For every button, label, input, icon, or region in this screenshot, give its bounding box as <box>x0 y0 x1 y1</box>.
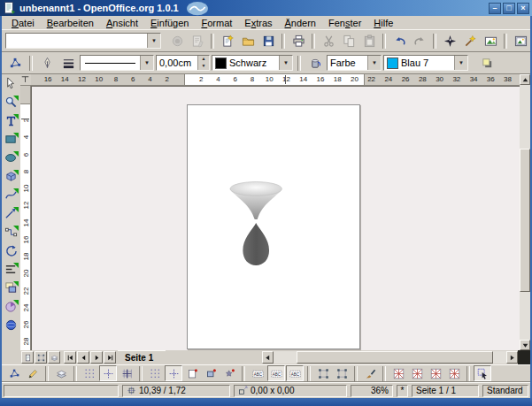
connector-tool[interactable] <box>3 224 20 241</box>
select-tool[interactable] <box>3 75 20 92</box>
shadow-icon[interactable] <box>477 53 497 73</box>
url-dropdown-button[interactable]: ▼ <box>147 34 160 48</box>
edit-document-icon[interactable] <box>188 31 207 50</box>
paste-icon[interactable] <box>359 31 379 50</box>
menu-extras[interactable]: Extras <box>238 17 278 29</box>
insert-graphics-icon[interactable] <box>511 31 530 50</box>
next-page-button[interactable] <box>90 351 103 364</box>
snap-to-object-border-icon[interactable] <box>202 365 220 381</box>
menu-hilfe[interactable]: Hilfe <box>367 17 399 29</box>
layer-mode-icon[interactable] <box>52 365 70 381</box>
copy-icon[interactable] <box>339 31 359 50</box>
new-document-icon[interactable] <box>218 31 237 50</box>
snap-to-snap-lines-icon[interactable] <box>165 365 182 381</box>
snap-to-page-margins-icon[interactable] <box>183 365 201 381</box>
curve-tool[interactable] <box>3 187 20 203</box>
previous-page-button[interactable] <box>77 351 89 364</box>
controller-3d-tool[interactable] <box>3 317 20 333</box>
vertical-ruler[interactable]: 246810121416182022242628 <box>20 86 31 350</box>
menu-ansicht[interactable]: Ansicht <box>100 17 144 29</box>
scroll-down-button[interactable] <box>520 340 530 350</box>
line-style-select[interactable]: ▼ <box>80 55 154 71</box>
close-button[interactable]: × <box>517 3 529 14</box>
rectangle-tool[interactable] <box>3 131 20 148</box>
fill-style-dropdown-button[interactable]: ▼ <box>367 56 381 70</box>
horizontal-scrollbar[interactable] <box>262 351 518 364</box>
tab-seite-1[interactable]: Seite 1 <box>118 350 166 364</box>
zoom-tool[interactable] <box>3 94 20 111</box>
lines-arrows-tool[interactable] <box>3 205 20 222</box>
horizontal-ruler[interactable]: 1614121086422468101214161820222426283032… <box>31 74 520 86</box>
layer-mode-button[interactable] <box>48 351 60 364</box>
simple-handles-icon[interactable] <box>314 365 332 381</box>
menu-bearbeiten[interactable]: Bearbeiten <box>41 17 100 29</box>
fill-style-icon[interactable] <box>305 53 325 73</box>
gallery-icon[interactable] <box>481 31 500 50</box>
snap-to-object-points-icon[interactable] <box>220 365 238 381</box>
double-click-to-edit-text-icon[interactable]: ABC <box>286 365 304 381</box>
scroll-left-button[interactable] <box>262 351 274 364</box>
line-placeholder-icon[interactable] <box>445 365 463 381</box>
line-color-dropdown-button[interactable]: ▼ <box>279 56 292 70</box>
grid-to-front-icon[interactable] <box>118 365 135 381</box>
line-dialog-icon[interactable] <box>58 53 78 73</box>
status-size-cell[interactable]: 0,00 x 0,00 <box>234 385 347 397</box>
redo-icon[interactable] <box>410 31 429 50</box>
menu-fenster[interactable]: Fenster <box>322 17 367 29</box>
fill-style-select[interactable]: Farbe ▼ <box>327 55 382 71</box>
status-style-cell[interactable]: Standard <box>482 385 528 397</box>
stylist-icon[interactable] <box>460 31 480 50</box>
url-combobox[interactable]: ▼ <box>5 33 161 49</box>
menu-aendern[interactable]: Ändern <box>279 17 322 29</box>
undo-icon[interactable] <box>389 31 409 50</box>
drawing-canvas[interactable] <box>31 86 520 350</box>
ruler-origin-box[interactable] <box>20 74 31 86</box>
first-page-button[interactable] <box>64 351 76 364</box>
show-snap-lines-icon[interactable] <box>99 365 117 381</box>
status-position-cell[interactable]: 10,39 / 1,72 <box>122 385 230 397</box>
page[interactable] <box>187 104 360 349</box>
drop-shape[interactable] <box>243 223 269 265</box>
vertical-scrollbar-thumb[interactable] <box>520 149 530 292</box>
arrow-style-icon[interactable] <box>37 53 57 73</box>
modify-object-with-attributes-icon[interactable] <box>474 365 491 381</box>
minimize-button[interactable]: – <box>489 3 501 14</box>
quick-edit-icon[interactable]: ABC <box>249 365 266 381</box>
scroll-up-button[interactable] <box>520 74 530 85</box>
print-icon[interactable] <box>289 31 308 50</box>
line-style-dropdown-button[interactable]: ▼ <box>140 56 153 70</box>
edit-points-mode-icon[interactable] <box>5 365 23 381</box>
funnel-shape[interactable] <box>230 182 281 220</box>
line-width-stepper[interactable]: 0,00cm ▲▼ <box>156 55 210 71</box>
stop-icon[interactable] <box>167 31 187 50</box>
navigator-icon[interactable] <box>440 31 459 50</box>
vertical-scrollbar[interactable] <box>520 74 530 350</box>
title-bar[interactable]: unbenannt1 - OpenOffice.org 1.0.1 –□× <box>0 0 532 16</box>
text-placeholder-icon[interactable] <box>427 365 444 381</box>
maximize-button[interactable]: □ <box>503 3 515 14</box>
edit-points-icon[interactable] <box>5 53 25 73</box>
rotate-tool[interactable] <box>3 242 20 259</box>
contour-placeholder-icon[interactable] <box>408 365 426 381</box>
page-mode-button[interactable] <box>21 351 34 364</box>
menu-einfuegen[interactable]: Einfügen <box>144 17 195 29</box>
effects-tool[interactable] <box>3 298 20 315</box>
line-width-down-button[interactable]: ▼ <box>198 63 209 70</box>
cut-icon[interactable] <box>319 31 338 50</box>
line-width-up-button[interactable]: ▲ <box>198 56 209 63</box>
menu-datei[interactable]: Datei <box>5 17 41 29</box>
horizontal-scrollbar-thumb[interactable] <box>297 351 493 364</box>
rotation-mode-icon[interactable] <box>24 365 42 381</box>
scroll-right-button[interactable] <box>506 351 518 364</box>
snap-to-grid-icon[interactable] <box>146 365 164 381</box>
large-handles-icon[interactable] <box>333 365 351 381</box>
save-document-icon[interactable] <box>258 31 278 50</box>
ellipse-tool[interactable] <box>3 149 20 166</box>
url-input[interactable] <box>6 34 147 48</box>
text-tool[interactable] <box>3 112 20 129</box>
show-grid-icon[interactable] <box>81 365 98 381</box>
line-color-select[interactable]: Schwarz ▼ <box>212 55 293 71</box>
alignment-tool[interactable] <box>3 261 20 278</box>
fill-color-dropdown-button[interactable]: ▼ <box>454 56 467 70</box>
status-zoom-cell[interactable]: 36% <box>351 385 393 397</box>
